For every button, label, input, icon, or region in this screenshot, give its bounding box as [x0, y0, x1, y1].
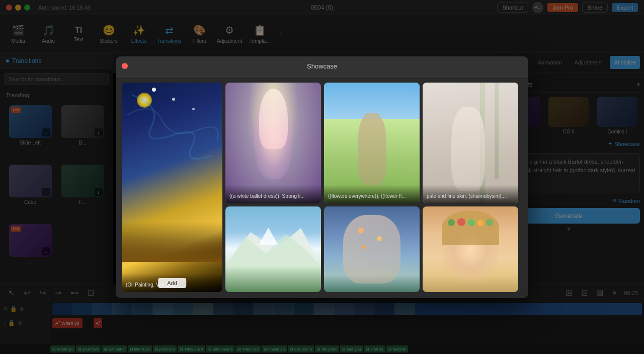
showcase-modal: Showcase — [116, 56, 528, 298]
showcase-item-1[interactable]: (Oil Painting, Van Gogh... Add — [122, 83, 222, 292]
showcase-item-5[interactable] — [225, 206, 321, 292]
showcase-item-7[interactable] — [423, 206, 518, 292]
showcase-item-2-caption: ((a white ballet dress)), Strong li... — [225, 185, 321, 203]
showcase-grid: (Oil Painting, Van Gogh... Add ((a white… — [116, 77, 528, 298]
showcase-item-2[interactable]: ((a white ballet dress)), Strong li... — [225, 83, 321, 203]
modal-title: Showcase — [307, 62, 337, 70]
showcase-item-3[interactable]: ((flowers everywhere)), ((flower fl... — [324, 83, 420, 203]
showcase-item-6[interactable] — [324, 206, 420, 292]
modal-overlay[interactable]: Showcase — [0, 0, 644, 354]
showcase-item-4-caption: pale and fine skin, (shuimobysim),... — [423, 185, 518, 203]
showcase-add-btn-1[interactable]: Add — [158, 278, 186, 288]
showcase-item-3-caption: ((flowers everywhere)), ((flower fl... — [324, 185, 420, 203]
modal-close-button[interactable] — [122, 63, 128, 69]
modal-header: Showcase — [116, 56, 528, 77]
showcase-item-4[interactable]: pale and fine skin, (shuimobysim),... — [423, 83, 518, 203]
